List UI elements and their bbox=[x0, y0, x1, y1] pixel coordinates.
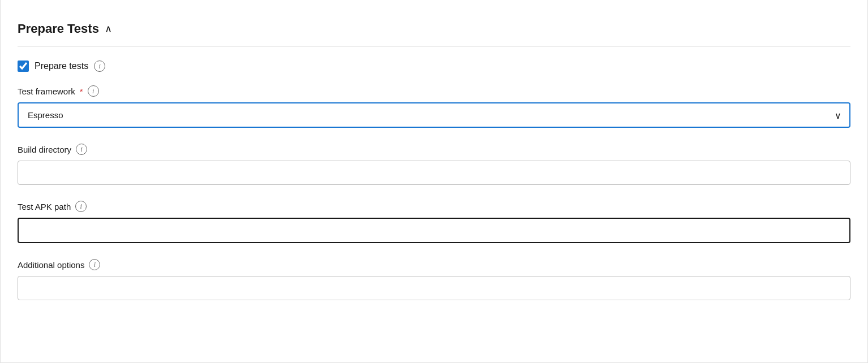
additional-options-label: Additional options bbox=[18, 260, 84, 270]
test-framework-select[interactable]: Espresso XCTest Appium Calabash bbox=[18, 102, 850, 128]
prepare-tests-info-icon[interactable]: i bbox=[94, 60, 105, 72]
build-directory-group: Build directory i bbox=[18, 144, 850, 185]
test-framework-group: Test framework * i Espresso XCTest Appiu… bbox=[18, 85, 850, 128]
test-apk-path-input[interactable] bbox=[18, 218, 850, 243]
section-header: Prepare Tests ∧ bbox=[18, 11, 850, 47]
build-directory-input[interactable] bbox=[18, 161, 850, 185]
build-directory-label: Build directory bbox=[18, 145, 71, 154]
page-title: Prepare Tests bbox=[18, 21, 99, 36]
additional-options-group: Additional options i bbox=[18, 259, 850, 300]
build-directory-info-icon[interactable]: i bbox=[76, 144, 87, 155]
prepare-tests-panel: Prepare Tests ∧ Prepare tests i Test fra… bbox=[0, 0, 868, 363]
test-framework-required-star: * bbox=[80, 87, 83, 96]
additional-options-label-row: Additional options i bbox=[18, 259, 850, 270]
test-framework-label: Test framework bbox=[18, 87, 75, 96]
test-framework-label-row: Test framework * i bbox=[18, 85, 850, 97]
prepare-tests-checkbox[interactable] bbox=[18, 60, 29, 72]
test-apk-path-group: Test APK path i bbox=[18, 201, 850, 243]
prepare-tests-row: Prepare tests i bbox=[18, 60, 850, 72]
test-framework-select-wrapper: Espresso XCTest Appium Calabash ∨ bbox=[18, 102, 850, 128]
test-apk-path-label: Test APK path bbox=[18, 202, 71, 211]
build-directory-label-row: Build directory i bbox=[18, 144, 850, 155]
additional-options-info-icon[interactable]: i bbox=[89, 259, 100, 270]
additional-options-input[interactable] bbox=[18, 276, 850, 300]
test-apk-path-label-row: Test APK path i bbox=[18, 201, 850, 212]
test-framework-info-icon[interactable]: i bbox=[88, 85, 99, 97]
collapse-chevron-icon[interactable]: ∧ bbox=[105, 23, 112, 35]
prepare-tests-label: Prepare tests bbox=[35, 61, 88, 71]
test-apk-path-info-icon[interactable]: i bbox=[75, 201, 87, 212]
